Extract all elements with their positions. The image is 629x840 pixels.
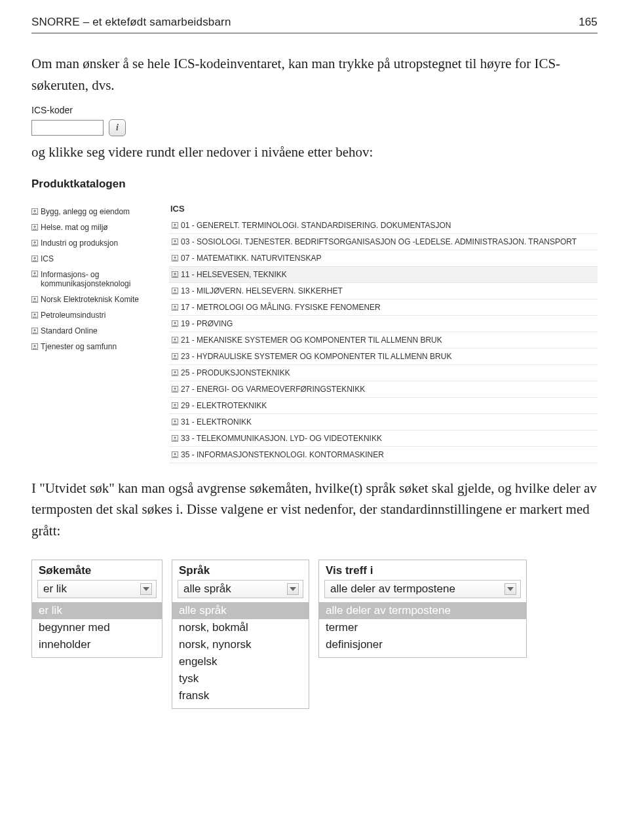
product-catalog: Produktkatalogen Bygg, anlegg og eiendom… <box>31 178 598 463</box>
ics-row-label: 27 - ENERGI- OG VARMEOVERFØRINGSTEKNIKK <box>181 385 365 394</box>
expand-icon <box>31 240 38 246</box>
ics-row-label: 07 - MATEMATIKK. NATURVITENSKAP <box>181 254 321 263</box>
sokemate-option[interactable]: inneholder <box>32 636 162 653</box>
ics-row[interactable]: 17 - METROLOGI OG MÅLING. FYSISKE FENOME… <box>169 299 598 316</box>
sokemate-select[interactable]: er lik <box>37 580 157 598</box>
sokemate-option[interactable]: er lik <box>32 602 162 619</box>
vis-option[interactable]: alle deler av termpostene <box>319 602 526 619</box>
sprak-option[interactable]: fransk <box>172 687 309 704</box>
ics-row[interactable]: 21 - MEKANISKE SYSTEMER OG KOMPONENTER T… <box>169 332 598 349</box>
ics-row-label: 31 - ELEKTRONIKK <box>181 417 252 427</box>
sidebar-item[interactable]: Helse. mat og miljø <box>31 220 157 235</box>
expand-icon <box>31 343 38 350</box>
ics-row-label: 03 - SOSIOLOGI. TJENESTER. BEDRIFTSORGAN… <box>181 237 577 246</box>
sidebar-item[interactable]: ICS <box>31 251 157 267</box>
sidebar-item-label: Petroleumsindustri <box>41 311 105 320</box>
paragraph-2: og klikke seg videre rundt eller nedover… <box>31 142 598 163</box>
sidebar-item-label: ICS <box>41 254 54 263</box>
info-icon: i <box>116 123 119 133</box>
page-header: SNORRE – et ektefødt samarbeidsbarn 165 <box>31 16 598 33</box>
sprak-option[interactable]: alle språk <box>172 602 309 619</box>
ics-row[interactable]: 19 - PRØVING <box>169 316 598 332</box>
expand-icon <box>31 224 38 231</box>
ics-row-label: 11 - HELSEVESEN, TEKNIKK <box>181 270 287 279</box>
dropdown-icon <box>287 583 299 595</box>
sidebar-item-label: Industri og produksjon <box>41 239 118 248</box>
ics-row[interactable]: 23 - HYDRAULISKE SYSTEMER OG KOMPONENTER… <box>169 349 598 365</box>
ics-row[interactable]: 11 - HELSEVESEN, TEKNIKK <box>169 267 598 283</box>
expand-icon <box>172 419 178 425</box>
paragraph-1: Om man ønsker å se hele ICS-kodeinventar… <box>31 53 598 96</box>
ics-row[interactable]: 31 - ELEKTRONIKK <box>169 414 598 430</box>
ics-koder-label: ICS-koder <box>31 105 598 115</box>
ics-row-label: 19 - PRØVING <box>181 319 233 328</box>
ics-row-label: 01 - GENERELT. TERMINOLOGI. STANDARDISER… <box>181 221 451 230</box>
ics-row[interactable]: 07 - MATEMATIKK. NATURVITENSKAP <box>169 250 598 267</box>
sprak-selected: alle språk <box>183 582 231 596</box>
sidebar-item[interactable]: Industri og produksjon <box>31 235 157 251</box>
sokemate-option[interactable]: begynner med <box>32 619 162 636</box>
sidebar-item[interactable]: Norsk Elektroteknisk Komite <box>31 292 157 307</box>
vis-select[interactable]: alle deler av termpostene <box>324 580 521 598</box>
expand-icon <box>172 304 178 311</box>
ics-row[interactable]: 25 - PRODUKSJONSTEKNIKK <box>169 365 598 381</box>
sidebar-item[interactable]: Informasjons- og kommunikasjonsteknologi <box>31 267 157 292</box>
sidebar-item[interactable]: Bygg, anlegg og eiendom <box>31 204 157 220</box>
ics-row[interactable]: 13 - MILJØVERN. HELSEVERN. SIKKERHET <box>169 283 598 299</box>
vis-selected: alle deler av termpostene <box>330 582 455 596</box>
ics-row-label: 17 - METROLOGI OG MÅLING. FYSISKE FENOME… <box>181 303 381 312</box>
expand-icon <box>31 271 38 277</box>
ics-row[interactable]: 01 - GENERELT. TERMINOLOGI. STANDARDISER… <box>169 218 598 234</box>
expand-icon <box>172 337 178 343</box>
ics-row[interactable]: 33 - TELEKOMMUNIKASJON. LYD- OG VIDEOTEK… <box>169 430 598 447</box>
ics-row[interactable]: 27 - ENERGI- OG VARMEOVERFØRINGSTEKNIKK <box>169 381 598 398</box>
sprak-option[interactable]: norsk, bokmål <box>172 619 309 636</box>
expand-icon <box>172 435 178 442</box>
expand-icon <box>172 255 178 261</box>
ics-koder-input[interactable] <box>31 120 104 136</box>
vis-card: Vis treff i alle deler av termpostene al… <box>318 560 527 658</box>
dropdown-icon <box>140 583 152 595</box>
search-controls-row: Søkemåte er lik er likbegynner medinneho… <box>31 560 598 709</box>
sprak-title: Språk <box>172 560 309 580</box>
ics-row[interactable]: 29 - ELEKTROTEKNIKK <box>169 398 598 414</box>
ics-row-label: 35 - INFORMASJONSTEKNOLOGI. KONTORMASKIN… <box>181 450 384 459</box>
expand-icon <box>172 370 178 376</box>
expand-icon <box>172 451 178 458</box>
catalog-sidebar: Bygg, anlegg og eiendomHelse. mat og mil… <box>31 204 157 463</box>
sprak-option[interactable]: norsk, nynorsk <box>172 636 309 653</box>
sidebar-item-label: Helse. mat og miljø <box>41 223 108 232</box>
expand-icon <box>172 353 178 360</box>
info-icon-button[interactable]: i <box>109 119 126 136</box>
catalog-main: ICS 01 - GENERELT. TERMINOLOGI. STANDARD… <box>169 204 598 463</box>
sidebar-item-label: Informasjons- og kommunikasjonsteknologi <box>41 270 157 288</box>
ics-row-label: 33 - TELEKOMMUNIKASJON. LYD- OG VIDEOTEK… <box>181 434 382 443</box>
ics-koder-block: ICS-koder i <box>31 105 598 136</box>
ics-row[interactable]: 35 - INFORMASJONSTEKNOLOGI. KONTORMASKIN… <box>169 447 598 463</box>
expand-icon <box>31 256 38 262</box>
expand-icon <box>172 402 178 409</box>
sidebar-item[interactable]: Tjenester og samfunn <box>31 339 157 354</box>
sokemate-title: Søkemåte <box>32 560 162 580</box>
ics-row[interactable]: 03 - SOSIOLOGI. TJENESTER. BEDRIFTSORGAN… <box>169 234 598 250</box>
sidebar-item-label: Tjenester og samfunn <box>41 342 117 351</box>
sprak-option[interactable]: engelsk <box>172 653 309 670</box>
expand-icon <box>31 296 38 303</box>
page-number: 165 <box>579 16 598 29</box>
sokemate-card: Søkemåte er lik er likbegynner medinneho… <box>31 560 162 658</box>
expand-icon <box>172 271 178 278</box>
expand-icon <box>172 288 178 294</box>
sprak-select[interactable]: alle språk <box>178 580 303 598</box>
vis-option[interactable]: termer <box>319 619 526 636</box>
expand-icon <box>172 239 178 245</box>
expand-icon <box>31 312 38 318</box>
vis-title: Vis treff i <box>319 560 526 580</box>
sidebar-item[interactable]: Standard Online <box>31 323 157 339</box>
sidebar-item[interactable]: Petroleumsindustri <box>31 307 157 323</box>
sokemate-selected: er lik <box>43 582 67 596</box>
dropdown-icon <box>505 583 516 595</box>
expand-icon <box>31 208 38 215</box>
expand-icon <box>31 328 38 334</box>
vis-option[interactable]: definisjoner <box>319 636 526 653</box>
sprak-option[interactable]: tysk <box>172 670 309 687</box>
